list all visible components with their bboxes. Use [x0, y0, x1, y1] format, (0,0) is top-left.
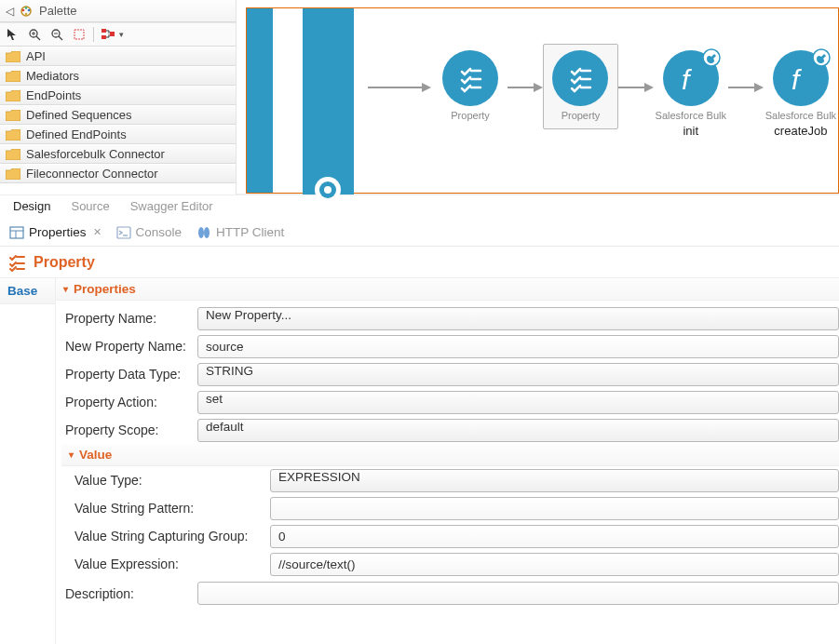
palette-item-label: Fileconnector Connector — [26, 167, 158, 181]
label-new-property-name: New Property Name: — [56, 339, 197, 354]
flow-arrow-icon — [728, 69, 764, 106]
dropdown-value-type[interactable]: EXPRESSION — [270, 469, 839, 492]
svg-line-6 — [36, 36, 40, 40]
section-properties[interactable]: ▾Properties — [56, 278, 839, 301]
palette-title-text: Palette — [39, 4, 76, 18]
svg-point-1 — [22, 8, 25, 11]
input-value-expression[interactable] — [270, 553, 839, 576]
folder-icon — [6, 90, 20, 101]
tab-source[interactable]: Source — [67, 197, 113, 215]
dropdown-property-name[interactable]: New Property... — [197, 307, 839, 330]
folder-icon — [6, 51, 20, 62]
palette-item-defined-endpoints[interactable]: Defined EndPoints — [0, 125, 236, 144]
palette-icon — [19, 4, 34, 19]
palette-item-label: API — [26, 49, 46, 63]
svg-point-18 — [324, 186, 332, 194]
folder-icon — [6, 110, 20, 121]
view-tab-label: Properties — [29, 225, 87, 239]
property-panel-header: Property — [0, 247, 839, 278]
canvas-left-strip — [247, 8, 273, 193]
property-icon — [552, 50, 608, 106]
palette-item-label: Mediators — [26, 69, 79, 83]
palette-item-fileconnector-connector[interactable]: Fileconnector Connector — [0, 164, 236, 183]
property-form: ▾Properties Property Name:New Property..… — [56, 278, 839, 644]
dropdown-property-scope[interactable]: default — [197, 419, 839, 442]
node-connector-createjob[interactable]: f Salesforce Bulk createJob — [764, 50, 838, 138]
svg-rect-13 — [101, 29, 106, 33]
tab-design[interactable]: Design — [9, 197, 54, 215]
zoom-out-icon[interactable] — [48, 26, 65, 43]
node-connector-name: Salesforce Bulk — [765, 110, 836, 121]
editor-tabs: Design Source Swagger Editor — [0, 195, 839, 215]
gear-icon — [309, 167, 346, 204]
flow-arrow-icon — [368, 69, 433, 106]
palette-list: API Mediators EndPoints Defined Sequence… — [0, 47, 236, 195]
label-property-data-type: Property Data Type: — [56, 367, 197, 382]
zoom-in-icon[interactable] — [26, 26, 43, 43]
node-label: Property — [451, 110, 490, 121]
node-connector-name: Salesforce Bulk — [656, 110, 726, 121]
flow-arrow-icon — [507, 69, 543, 106]
console-view-icon — [116, 225, 131, 240]
close-icon[interactable]: ✕ — [93, 226, 101, 238]
folder-icon — [6, 149, 20, 160]
palette-item-salesforcebulk-connector[interactable]: Salesforcebulk Connector — [0, 144, 236, 164]
node-operation-name: init — [683, 124, 698, 138]
folder-icon — [6, 129, 20, 141]
http-client-icon — [196, 225, 211, 240]
section-value[interactable]: ▾Value — [61, 444, 839, 466]
layout-tool-icon[interactable] — [100, 26, 116, 43]
input-value-string-capturing-group[interactable] — [270, 525, 839, 548]
folder-icon — [6, 71, 20, 82]
input-new-property-name[interactable] — [197, 335, 839, 358]
palette-item-mediators[interactable]: Mediators — [0, 66, 236, 86]
collapse-caret-icon: ▾ — [63, 284, 68, 294]
svg-point-4 — [25, 12, 28, 15]
node-operation-name: createJob — [774, 124, 827, 138]
canvas-inner: Property Property f — [246, 7, 839, 194]
tab-swagger-editor[interactable]: Swagger Editor — [127, 197, 217, 215]
connector-icon: f — [773, 50, 829, 106]
property-panel-title: Property — [34, 254, 95, 271]
label-property-action: Property Action: — [56, 395, 197, 409]
dropdown-caret-icon[interactable]: ▾ — [119, 30, 124, 39]
view-tab-console[interactable]: Console — [115, 221, 184, 244]
node-property-1[interactable]: Property — [433, 50, 507, 121]
palette-item-endpoints[interactable]: EndPoints — [0, 86, 236, 105]
node-row: Property Property f — [368, 50, 838, 138]
dropdown-property-action[interactable]: set — [197, 391, 839, 414]
palette-back-icon[interactable]: ◁ — [4, 5, 15, 18]
toolbar-separator — [93, 27, 94, 42]
label-value-expression: Value Expression: — [56, 557, 270, 571]
view-tab-http-client[interactable]: HTTP Client — [195, 221, 286, 244]
svg-rect-12 — [74, 30, 84, 39]
palette-item-label: EndPoints — [26, 88, 81, 102]
label-value-string-capturing-group: Value String Capturing Group: — [56, 529, 270, 543]
section-title: Properties — [74, 282, 136, 296]
svg-line-10 — [59, 36, 62, 40]
dropdown-property-data-type[interactable]: STRING — [197, 363, 839, 386]
node-property-2[interactable]: Property — [543, 44, 618, 129]
palette-item-label: Defined Sequences — [26, 108, 131, 122]
svg-point-3 — [28, 8, 31, 11]
canvas-panel[interactable]: Property Property f — [237, 0, 839, 195]
input-value-string-pattern[interactable] — [270, 497, 839, 520]
svg-rect-15 — [110, 32, 115, 36]
folder-icon — [6, 168, 20, 180]
svg-rect-36 — [117, 227, 130, 238]
node-connector-init[interactable]: f Salesforce Bulk init — [654, 50, 728, 138]
input-description[interactable] — [197, 582, 839, 605]
palette-toolbar: ▾ — [0, 22, 236, 47]
svg-rect-14 — [101, 35, 106, 39]
view-tab-properties[interactable]: Properties ✕ — [7, 221, 103, 244]
svg-text:f: f — [792, 64, 802, 95]
label-property-scope: Property Scope: — [56, 423, 197, 437]
svg-point-39 — [204, 227, 210, 238]
property-icon — [442, 50, 498, 106]
pointer-tool-icon[interactable] — [4, 26, 20, 43]
svg-rect-33 — [10, 227, 23, 238]
palette-item-api[interactable]: API — [0, 47, 236, 66]
palette-item-defined-sequences[interactable]: Defined Sequences — [0, 105, 236, 125]
marquee-tool-icon[interactable] — [71, 26, 88, 43]
side-tab-base[interactable]: Base — [0, 278, 55, 304]
